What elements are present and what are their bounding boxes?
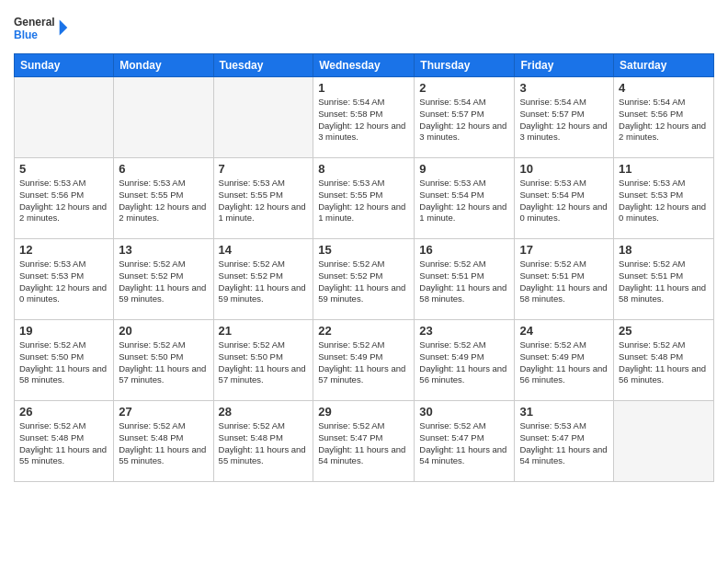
day-number: 20 <box>119 324 208 338</box>
day-info: Sunrise: 5:52 AM Sunset: 5:48 PM Dayligh… <box>19 420 108 467</box>
day-info: Sunrise: 5:52 AM Sunset: 5:52 PM Dayligh… <box>119 259 208 305</box>
day-info: Sunrise: 5:52 AM Sunset: 5:47 PM Dayligh… <box>318 420 409 467</box>
day-info: Sunrise: 5:54 AM Sunset: 5:57 PM Dayligh… <box>519 97 609 144</box>
day-number: 18 <box>619 243 709 257</box>
day-info: Sunrise: 5:52 AM Sunset: 5:50 PM Dayligh… <box>219 339 309 386</box>
day-info: Sunrise: 5:53 AM Sunset: 5:47 PM Dayligh… <box>519 420 609 467</box>
svg-text:General: General <box>14 16 55 29</box>
calendar-cell: 22Sunrise: 5:52 AM Sunset: 5:49 PM Dayli… <box>313 320 415 401</box>
calendar-cell: 19Sunrise: 5:52 AM Sunset: 5:50 PM Dayli… <box>15 320 114 401</box>
calendar-cell: 15Sunrise: 5:52 AM Sunset: 5:52 PM Dayli… <box>313 239 415 320</box>
day-number: 29 <box>318 405 409 419</box>
calendar-cell: 24Sunrise: 5:52 AM Sunset: 5:49 PM Dayli… <box>515 320 614 401</box>
calendar-cell: 28Sunrise: 5:52 AM Sunset: 5:48 PM Dayli… <box>213 401 313 482</box>
weekday-wednesday: Wednesday <box>313 54 415 77</box>
day-info: Sunrise: 5:53 AM Sunset: 5:55 PM Dayligh… <box>119 178 208 224</box>
day-number: 24 <box>519 324 609 338</box>
day-info: Sunrise: 5:52 AM Sunset: 5:49 PM Dayligh… <box>419 339 509 386</box>
week-row-3: 12Sunrise: 5:53 AM Sunset: 5:53 PM Dayli… <box>15 239 714 320</box>
calendar-cell: 9Sunrise: 5:53 AM Sunset: 5:54 PM Daylig… <box>415 158 515 239</box>
calendar-cell: 26Sunrise: 5:52 AM Sunset: 5:48 PM Dayli… <box>15 401 114 482</box>
day-info: Sunrise: 5:52 AM Sunset: 5:47 PM Dayligh… <box>419 420 509 467</box>
day-number: 4 <box>619 81 709 95</box>
day-number: 1 <box>318 81 409 95</box>
calendar-cell: 25Sunrise: 5:52 AM Sunset: 5:48 PM Dayli… <box>614 320 714 401</box>
calendar-cell: 16Sunrise: 5:52 AM Sunset: 5:51 PM Dayli… <box>415 239 515 320</box>
day-number: 31 <box>519 405 609 419</box>
day-number: 2 <box>419 81 509 95</box>
svg-text:Blue: Blue <box>14 29 38 41</box>
weekday-friday: Friday <box>515 54 614 77</box>
calendar-cell <box>213 77 313 158</box>
day-number: 26 <box>19 405 108 419</box>
day-number: 25 <box>619 324 709 338</box>
day-info: Sunrise: 5:52 AM Sunset: 5:50 PM Dayligh… <box>119 339 208 386</box>
day-info: Sunrise: 5:53 AM Sunset: 5:54 PM Dayligh… <box>419 178 509 224</box>
calendar-cell: 31Sunrise: 5:53 AM Sunset: 5:47 PM Dayli… <box>515 401 614 482</box>
day-info: Sunrise: 5:54 AM Sunset: 5:58 PM Dayligh… <box>318 97 409 144</box>
calendar-cell: 10Sunrise: 5:53 AM Sunset: 5:54 PM Dayli… <box>515 158 614 239</box>
svg-marker-2 <box>60 19 68 35</box>
day-number: 21 <box>219 324 309 338</box>
day-info: Sunrise: 5:52 AM Sunset: 5:50 PM Dayligh… <box>19 339 108 386</box>
day-number: 14 <box>219 243 309 257</box>
week-row-2: 5Sunrise: 5:53 AM Sunset: 5:56 PM Daylig… <box>15 158 714 239</box>
day-info: Sunrise: 5:53 AM Sunset: 5:54 PM Dayligh… <box>519 178 609 224</box>
week-row-4: 19Sunrise: 5:52 AM Sunset: 5:50 PM Dayli… <box>15 320 714 401</box>
page: General Blue SundayMondayTuesdayWednesda… <box>0 0 728 563</box>
week-row-1: 1Sunrise: 5:54 AM Sunset: 5:58 PM Daylig… <box>15 77 714 158</box>
calendar-cell: 13Sunrise: 5:52 AM Sunset: 5:52 PM Dayli… <box>114 239 213 320</box>
calendar-cell: 30Sunrise: 5:52 AM Sunset: 5:47 PM Dayli… <box>415 401 515 482</box>
calendar-cell: 18Sunrise: 5:52 AM Sunset: 5:51 PM Dayli… <box>614 239 714 320</box>
day-number: 10 <box>519 162 609 176</box>
calendar-cell: 20Sunrise: 5:52 AM Sunset: 5:50 PM Dayli… <box>114 320 213 401</box>
weekday-sunday: Sunday <box>15 54 114 77</box>
day-number: 13 <box>119 243 208 257</box>
calendar-cell: 8Sunrise: 5:53 AM Sunset: 5:55 PM Daylig… <box>313 158 415 239</box>
calendar-cell: 27Sunrise: 5:52 AM Sunset: 5:48 PM Dayli… <box>114 401 213 482</box>
day-number: 22 <box>318 324 409 338</box>
calendar-header-row: SundayMondayTuesdayWednesdayThursdayFrid… <box>15 54 714 77</box>
calendar-cell: 29Sunrise: 5:52 AM Sunset: 5:47 PM Dayli… <box>313 401 415 482</box>
logo-svg: General Blue <box>14 9 69 46</box>
day-number: 17 <box>519 243 609 257</box>
weekday-saturday: Saturday <box>614 54 714 77</box>
calendar-cell: 1Sunrise: 5:54 AM Sunset: 5:58 PM Daylig… <box>313 77 415 158</box>
day-info: Sunrise: 5:52 AM Sunset: 5:48 PM Dayligh… <box>619 339 709 386</box>
day-number: 5 <box>19 162 108 176</box>
calendar-cell: 21Sunrise: 5:52 AM Sunset: 5:50 PM Dayli… <box>213 320 313 401</box>
day-number: 27 <box>119 405 208 419</box>
calendar-cell: 6Sunrise: 5:53 AM Sunset: 5:55 PM Daylig… <box>114 158 213 239</box>
day-number: 19 <box>19 324 108 338</box>
calendar-cell <box>15 77 114 158</box>
day-info: Sunrise: 5:53 AM Sunset: 5:55 PM Dayligh… <box>318 178 409 224</box>
day-info: Sunrise: 5:52 AM Sunset: 5:48 PM Dayligh… <box>219 420 309 467</box>
calendar-cell: 7Sunrise: 5:53 AM Sunset: 5:55 PM Daylig… <box>213 158 313 239</box>
day-number: 3 <box>519 81 609 95</box>
day-info: Sunrise: 5:54 AM Sunset: 5:57 PM Dayligh… <box>419 97 509 144</box>
day-number: 6 <box>119 162 208 176</box>
logo: General Blue <box>14 9 69 46</box>
day-info: Sunrise: 5:52 AM Sunset: 5:49 PM Dayligh… <box>519 339 609 386</box>
day-number: 16 <box>419 243 509 257</box>
day-info: Sunrise: 5:54 AM Sunset: 5:56 PM Dayligh… <box>619 97 709 144</box>
calendar-cell: 12Sunrise: 5:53 AM Sunset: 5:53 PM Dayli… <box>15 239 114 320</box>
day-number: 9 <box>419 162 509 176</box>
day-info: Sunrise: 5:52 AM Sunset: 5:48 PM Dayligh… <box>119 420 208 467</box>
calendar-cell: 11Sunrise: 5:53 AM Sunset: 5:53 PM Dayli… <box>614 158 714 239</box>
weekday-thursday: Thursday <box>415 54 515 77</box>
calendar-cell <box>614 401 714 482</box>
calendar-cell: 5Sunrise: 5:53 AM Sunset: 5:56 PM Daylig… <box>15 158 114 239</box>
week-row-5: 26Sunrise: 5:52 AM Sunset: 5:48 PM Dayli… <box>15 401 714 482</box>
day-info: Sunrise: 5:52 AM Sunset: 5:49 PM Dayligh… <box>318 339 409 386</box>
day-number: 12 <box>19 243 108 257</box>
weekday-tuesday: Tuesday <box>213 54 313 77</box>
day-number: 15 <box>318 243 409 257</box>
calendar-cell: 2Sunrise: 5:54 AM Sunset: 5:57 PM Daylig… <box>415 77 515 158</box>
day-number: 30 <box>419 405 509 419</box>
day-info: Sunrise: 5:53 AM Sunset: 5:53 PM Dayligh… <box>19 259 108 305</box>
day-number: 8 <box>318 162 409 176</box>
weekday-monday: Monday <box>114 54 213 77</box>
day-info: Sunrise: 5:52 AM Sunset: 5:52 PM Dayligh… <box>219 259 309 305</box>
calendar-cell: 14Sunrise: 5:52 AM Sunset: 5:52 PM Dayli… <box>213 239 313 320</box>
